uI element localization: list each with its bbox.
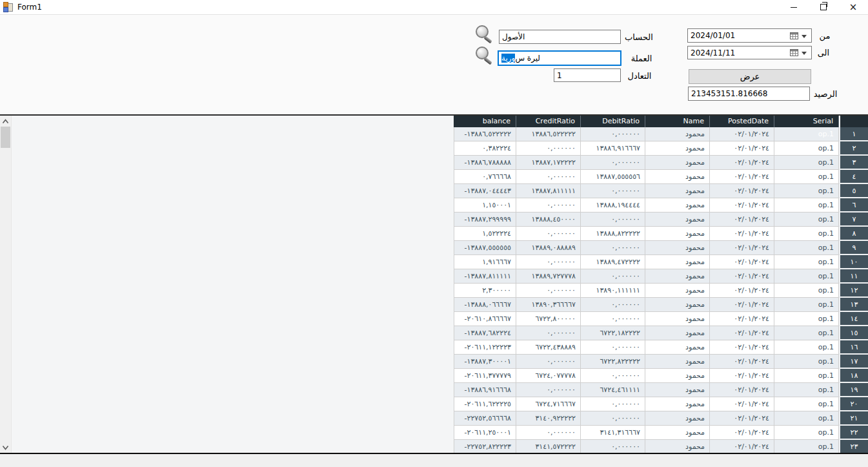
posteddate-cell[interactable]: ٠٢/٠١/٢٠٢٤	[710, 269, 774, 284]
debitratio-cell[interactable]: ٠,٠٠٠٠٠٠	[581, 269, 645, 284]
posteddate-cell[interactable]: ٠٢/٠١/٢٠٢٤	[710, 355, 774, 369]
debitratio-cell[interactable]: ٠,٠٠٠٠٠٠	[581, 340, 645, 355]
balance-cell[interactable]: ١٣٨٨٦,٧٨٨٨٨٨-	[454, 156, 516, 170]
creditratio-cell[interactable]: ٣١٤١,٥٧٢٢٢٢	[516, 440, 581, 453]
debitratio-cell[interactable]: ٠,٠٠٠٠٠٠	[581, 369, 645, 383]
balance-cell[interactable]: ٢٢٧٥٢,٨٢٢٢٢٣-	[454, 440, 516, 453]
show-button[interactable]: عرض	[689, 69, 811, 84]
row-header[interactable]: ٧	[839, 213, 868, 227]
serial-cell[interactable]: op.1	[774, 170, 839, 184]
column-header-posteddate[interactable]: PostedDate	[710, 116, 774, 127]
serial-cell[interactable]: op.1	[774, 397, 839, 411]
creditratio-cell[interactable]: ٦٧٢٢,٤٣٨٨٨٩	[516, 340, 581, 355]
row-header[interactable]: ١٨	[839, 369, 868, 383]
name-cell[interactable]: محمود	[645, 241, 710, 255]
posteddate-cell[interactable]: ٠٢/٠١/٢٠٢٤	[710, 213, 774, 227]
name-cell[interactable]: محمود	[645, 170, 710, 184]
balance-cell[interactable]: ١,١٥٠٠٠١	[454, 198, 516, 213]
debitratio-cell[interactable]: ٦٧٢٢,١٨٢٢٢٢	[581, 326, 645, 340]
creditratio-cell[interactable]: ٠,٠٠٠٠٠٠	[516, 170, 581, 184]
balance-cell[interactable]: ٠,٣٨٢٢٢٤	[454, 141, 516, 156]
serial-cell[interactable]: op.1	[774, 227, 839, 241]
creditratio-cell[interactable]: ١٣٨٩٠,٣٦٦٦٦٧	[516, 298, 581, 312]
serial-cell[interactable]: op.1	[774, 284, 839, 298]
debitratio-cell[interactable]: ٠,٠٠٠٠٠٠	[581, 411, 645, 426]
serial-cell[interactable]: op.1	[774, 213, 839, 227]
row-header[interactable]: ١٣	[839, 298, 868, 312]
row-header[interactable]: ١٠	[839, 255, 868, 269]
balance-cell[interactable]: ٢٠٦١١,١٢٢٢٢٣-	[454, 340, 516, 355]
vertical-scrollbar[interactable]	[0, 116, 12, 453]
creditratio-cell[interactable]: ٠,٠٠٠٠٠٠	[516, 426, 581, 440]
balance-cell[interactable]: ٢٠٦١١,٣٧٧٧٧٩-	[454, 369, 516, 383]
creditratio-cell[interactable]: ٠,٠٠٠٠٠٠	[516, 141, 581, 156]
row-header[interactable]: ٩	[839, 241, 868, 255]
posteddate-cell[interactable]: ٠٢/٠١/٢٠٢٤	[710, 411, 774, 426]
debitratio-cell[interactable]: ١٣٨٨٨,١٩٤٤٤٤	[581, 198, 645, 213]
account-input[interactable]: الأصول	[499, 30, 621, 44]
balance-cell[interactable]: ١٣٨٨٧,٨١١١١١-	[454, 269, 516, 284]
posteddate-cell[interactable]: ٠٢/٠١/٢٠٢٤	[710, 227, 774, 241]
creditratio-cell[interactable]: ٠,٠٠٠٠٠٠	[516, 255, 581, 269]
serial-cell[interactable]: op.1	[774, 269, 839, 284]
balance-cell[interactable]: ١,٥٢٢٢٢٤	[454, 227, 516, 241]
close-button[interactable]: ×	[838, 0, 868, 14]
balance-cell[interactable]: ٢٢٧٥٢,٥٦٦٦٦٨-	[454, 411, 516, 426]
serial-cell[interactable]: op.1	[774, 127, 839, 141]
name-cell[interactable]: محمود	[645, 397, 710, 411]
creditratio-cell[interactable]: ١٣٨٨٨,٤٥٠٠٠٠	[516, 213, 581, 227]
name-cell[interactable]: محمود	[645, 426, 710, 440]
column-header-balance[interactable]: balance	[454, 116, 516, 127]
name-cell[interactable]: محمود	[645, 227, 710, 241]
balance-cell[interactable]: ١٣٨٨٧,٣٠٠٠٠١-	[454, 355, 516, 369]
balance-cell[interactable]: ١٣٨٨٧,٥٥٥٥٥٥-	[454, 241, 516, 255]
creditratio-cell[interactable]: ٠,٠٠٠٠٠٠	[516, 326, 581, 340]
row-header[interactable]: ٢١	[839, 411, 868, 426]
row-header[interactable]: ٤	[839, 170, 868, 184]
scroll-up-button[interactable]	[0, 116, 11, 126]
name-cell[interactable]: محمود	[645, 326, 710, 340]
balance-cell[interactable]: ١٣٨٨٨,٠٦٦٦٦٧-	[454, 298, 516, 312]
name-cell[interactable]: محمود	[645, 298, 710, 312]
posteddate-cell[interactable]: ٠٢/٠١/٢٠٢٤	[710, 369, 774, 383]
name-cell[interactable]: محمود	[645, 369, 710, 383]
balance-input[interactable]: 213453151.816668	[688, 87, 810, 101]
column-header-name[interactable]: Name	[645, 116, 710, 127]
row-header[interactable]: ١١	[839, 269, 868, 284]
row-header[interactable]: ١٦	[839, 340, 868, 355]
column-header-creditratio[interactable]: CreditRatio	[516, 116, 581, 127]
balance-cell[interactable]: ٠,٧٦٦٦٦٨	[454, 170, 516, 184]
posteddate-cell[interactable]: ٠٢/٠١/٢٠٢٤	[710, 440, 774, 453]
minimize-button[interactable]	[779, 0, 809, 14]
debitratio-cell[interactable]: ١٣٨٨٦,٩١٦٦٦٧	[581, 141, 645, 156]
posteddate-cell[interactable]: ٠٢/٠١/٢٠٢٤	[710, 127, 774, 141]
name-cell[interactable]: محمود	[645, 255, 710, 269]
row-header[interactable]: ٢	[839, 141, 868, 156]
name-cell[interactable]: محمود	[645, 198, 710, 213]
name-cell[interactable]: محمود	[645, 156, 710, 170]
creditratio-cell[interactable]: ٠,٠٠٠٠٠٠	[516, 284, 581, 298]
name-cell[interactable]: محمود	[645, 440, 710, 453]
row-header[interactable]: ٨	[839, 227, 868, 241]
dropdown-arrow-icon[interactable]	[802, 52, 807, 55]
row-header[interactable]: ١٥	[839, 326, 868, 340]
row-header[interactable]: ١٤	[839, 312, 868, 326]
name-cell[interactable]: محمود	[645, 355, 710, 369]
debitratio-cell[interactable]: ١٣٨٨٧,٥٥٥٥٥٦	[581, 170, 645, 184]
serial-cell[interactable]: op.1	[774, 440, 839, 453]
name-cell[interactable]: محمود	[645, 184, 710, 198]
row-header[interactable]: ١٢	[839, 284, 868, 298]
balance-cell[interactable]: ٢٠٦١١,٢٥٠٠٠١-	[454, 426, 516, 440]
posteddate-cell[interactable]: ٠٢/٠١/٢٠٢٤	[710, 170, 774, 184]
serial-cell[interactable]: op.1	[774, 312, 839, 326]
creditratio-cell[interactable]: ١٣٨٨٧,٨١١١١١	[516, 184, 581, 198]
balance-cell[interactable]: ٢,٣٠٠٠٠٠	[454, 284, 516, 298]
creditratio-cell[interactable]: ٣١٤٠,٩٢٢٢٢٢	[516, 411, 581, 426]
row-header[interactable]: ٢٠	[839, 397, 868, 411]
creditratio-cell[interactable]: ١٣٨٨٩,٧٢٧٧٧٨	[516, 269, 581, 284]
serial-cell[interactable]: op.1	[774, 326, 839, 340]
name-cell[interactable]: محمود	[645, 269, 710, 284]
debitratio-cell[interactable]: ٣١٤١,٣١٦٦٦٧	[581, 426, 645, 440]
debitratio-cell[interactable]: ٠,٠٠٠٠٠٠	[581, 312, 645, 326]
name-cell[interactable]: محمود	[645, 312, 710, 326]
